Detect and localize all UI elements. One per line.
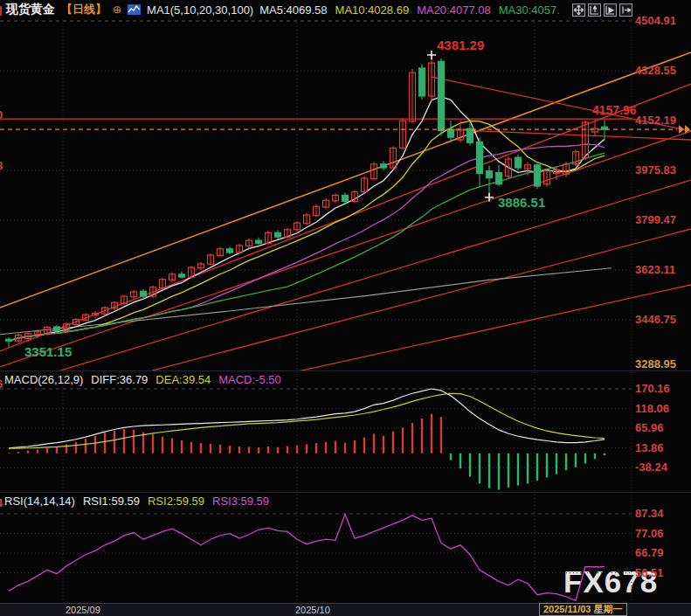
trendline[interactable] [0, 52, 691, 308]
candle[interactable] [246, 239, 252, 248]
time-label-oct: 2025/10 [295, 605, 330, 615]
move-icon[interactable] [572, 3, 585, 17]
y-axis-label: 56.51 [635, 566, 664, 579]
rsi-params-label[interactable]: RSI(14,14,14) [4, 495, 75, 508]
candle[interactable] [121, 294, 128, 305]
macd-header: MACD(26,12,9) DIFF:36.79 DEA:39.54 MACD:… [4, 373, 281, 386]
candle[interactable] [371, 163, 377, 181]
candle[interactable] [131, 290, 137, 299]
panel-separator [0, 492, 691, 493]
candle[interactable] [333, 193, 339, 203]
candle[interactable] [487, 166, 493, 196]
candle[interactable] [237, 244, 243, 254]
macd-diff-line [9, 389, 605, 448]
rsi-panel[interactable] [9, 515, 605, 601]
candle[interactable] [544, 169, 550, 187]
candle[interactable] [448, 121, 454, 142]
candle[interactable] [477, 137, 483, 186]
rsi-line [9, 515, 605, 601]
candle[interactable] [93, 311, 99, 318]
y-axis-label: 3623.11 [635, 263, 675, 276]
candle[interactable] [496, 164, 502, 186]
main-chart-panel[interactable]: 4381.293886.513351.154157.96 [0, 0, 691, 616]
candle[interactable] [410, 69, 416, 123]
ma-indicator-icon[interactable] [128, 4, 141, 15]
candle[interactable] [179, 272, 185, 279]
candle[interactable] [602, 120, 608, 140]
candle[interactable] [6, 337, 12, 347]
ma100-line [0, 268, 612, 335]
candle[interactable] [314, 204, 320, 218]
exit-right-icon[interactable] [619, 3, 632, 17]
y-axis-label: 3288.95 [635, 357, 676, 370]
y-axis-label: 13.86 [635, 441, 664, 454]
rsi3-value: RSI3:59.59 [212, 495, 269, 508]
candle[interactable] [218, 247, 224, 258]
price-annotation: 4157.96 [592, 103, 637, 117]
candle[interactable] [189, 266, 195, 279]
left-clipped-marker [0, 6, 2, 16]
ma10-line [9, 121, 605, 341]
ma-settings-label[interactable]: MA1(5,10,20,30,100) [147, 3, 253, 17]
trendline[interactable] [0, 180, 691, 389]
y-axis-label: 65.96 [635, 421, 664, 434]
price-annotation: 3886.51 [498, 195, 545, 210]
period-label[interactable]: 【日线】 [61, 2, 107, 17]
macd-params-label[interactable]: MACD(26,12,9) [4, 373, 83, 386]
y-axis-label: 3446.75 [635, 313, 676, 326]
axis-zoom-in-icon[interactable] [588, 3, 601, 17]
candle[interactable] [208, 253, 214, 266]
y-axis-label: 4152.19 [635, 114, 676, 127]
ma-value-label: MA5:4069.58 [259, 3, 327, 17]
ma-value-label: MA20:4077.08 [417, 3, 491, 17]
candle[interactable] [352, 190, 358, 204]
candle[interactable] [419, 64, 425, 100]
candle[interactable] [169, 273, 176, 282]
candle[interactable] [285, 228, 291, 239]
left-axis-digit: 0 [0, 108, 3, 121]
chart-window: 现货黄金 【日线】 ⊕ MA1(5,10,20,30,100) MA5:4069… [0, 0, 691, 616]
axis-play-icon[interactable] [604, 3, 617, 17]
rsi2-value: RSI2:59.59 [148, 495, 204, 508]
link-icon[interactable]: ⊕ [113, 3, 121, 16]
time-axis[interactable]: 2025/09 2025/10 2025/11/03 星期一 [0, 603, 691, 616]
candle[interactable] [381, 162, 387, 171]
candle[interactable] [439, 59, 445, 136]
left-axis-digit: 6 [0, 377, 3, 391]
candle[interactable] [573, 149, 579, 166]
panel-separator [0, 370, 691, 371]
candle[interactable] [429, 56, 435, 101]
y-axis-label: 87.34 [635, 507, 664, 520]
macd-diff-value: DIFF:36.79 [91, 373, 148, 386]
candle[interactable] [506, 156, 512, 180]
candle[interactable] [400, 118, 406, 149]
candle[interactable] [362, 176, 368, 194]
macd-panel[interactable] [9, 389, 605, 489]
trendline[interactable] [0, 131, 691, 367]
candle[interactable] [323, 198, 329, 209]
candle[interactable] [535, 163, 541, 190]
instrument-title: 现货黄金 [6, 2, 55, 17]
candle[interactable] [515, 155, 522, 170]
rsi1-value: RSI1:59.59 [83, 495, 140, 508]
ma20-line [9, 144, 605, 341]
y-axis-label: 77.06 [635, 527, 664, 540]
macd-value: MACD:-5.50 [218, 373, 281, 386]
y-axis-label: 4328.55 [635, 64, 676, 77]
candle[interactable] [304, 213, 310, 225]
candle[interactable] [198, 262, 204, 271]
candle[interactable] [294, 221, 301, 232]
candle[interactable] [266, 231, 272, 245]
candle[interactable] [390, 146, 397, 170]
time-label-sep: 2025/09 [66, 605, 100, 615]
y-axis-label: 3799.47 [635, 213, 676, 226]
left-axis-digit: 4 [0, 496, 3, 509]
candle[interactable] [342, 192, 349, 204]
candle[interactable] [275, 230, 281, 239]
candle[interactable] [256, 238, 262, 245]
candle[interactable] [160, 278, 166, 290]
trendline[interactable] [441, 129, 691, 140]
y-axis-label: -38.24 [635, 460, 667, 474]
price-annotation: 4381.29 [437, 38, 484, 52]
candle[interactable] [227, 246, 233, 254]
